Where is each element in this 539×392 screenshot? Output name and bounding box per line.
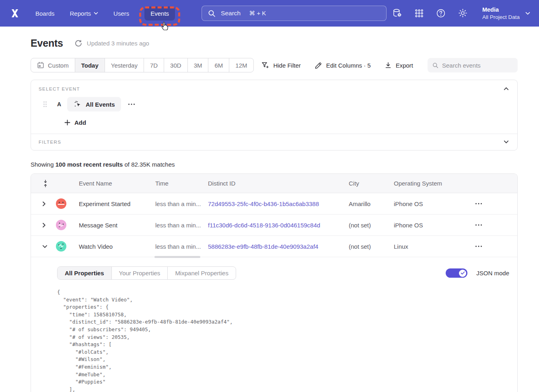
nav-item-users[interactable]: Users <box>113 10 129 17</box>
chevron-down-icon <box>42 245 47 248</box>
cell-city: Amarillo <box>349 200 394 207</box>
add-event-button[interactable]: Add <box>64 119 510 126</box>
event-selector-button[interactable]: All Events <box>67 97 121 111</box>
cell-time: less than a min... <box>155 200 208 207</box>
event-avatar <box>56 241 66 252</box>
expand-filters-button[interactable] <box>503 139 510 144</box>
date-range-today[interactable]: Today <box>75 58 105 72</box>
date-range-12m[interactable]: 12M <box>229 58 253 72</box>
date-range-3m[interactable]: 3M <box>187 58 208 72</box>
event-query-row: A All Events <box>43 97 510 111</box>
download-icon <box>385 62 392 69</box>
ellipsis-icon <box>128 103 135 105</box>
apps-grid-icon[interactable] <box>414 8 424 18</box>
edit-columns-label: Edit Columns · 5 <box>326 62 371 69</box>
tab-mixpanel-properties[interactable]: Mixpanel Properties <box>167 267 236 279</box>
nav-item-reports[interactable]: Reports <box>70 10 99 17</box>
mixpanel-logo-icon[interactable] <box>9 7 21 19</box>
chevron-down-icon <box>525 12 530 15</box>
global-search-input[interactable]: Search ⌘ + K <box>202 6 387 21</box>
filters-section[interactable]: FILTERS <box>31 134 517 150</box>
date-range-30d[interactable]: 30D <box>164 58 187 72</box>
row-more-options-button[interactable] <box>473 222 484 228</box>
search-shortcut: ⌘ + K <box>249 10 266 17</box>
pencil-icon <box>315 62 322 69</box>
filter-icon <box>261 61 269 69</box>
expand-row-button[interactable] <box>31 223 56 228</box>
date-range-7d[interactable]: 7D <box>144 58 164 72</box>
sparkle-cursor-icon <box>73 100 82 109</box>
add-event-label: Add <box>74 119 86 126</box>
chevron-up-icon <box>504 87 509 91</box>
collapse-row-button[interactable] <box>31 245 56 248</box>
json-mode-toggle[interactable] <box>446 268 467 278</box>
project-switcher[interactable]: Media All Project Data <box>482 6 530 21</box>
page-header: Events Updated 3 minutes ago <box>31 37 518 49</box>
column-header-distinct-id[interactable]: Distinct ID <box>208 180 349 187</box>
cell-event-name: Watch Video <box>79 243 155 250</box>
nav-item-boards[interactable]: Boards <box>35 10 55 17</box>
plus-icon <box>64 120 70 126</box>
date-range-yesterday[interactable]: Yesterday <box>105 58 144 72</box>
drag-handle-icon[interactable] <box>43 101 47 107</box>
page-title: Events <box>31 37 63 49</box>
column-header-event-name[interactable]: Event Name <box>79 180 155 187</box>
column-header-city[interactable]: City <box>349 180 394 187</box>
column-header-time[interactable]: Time <box>155 180 208 187</box>
table-header-row: Event Name Time Distinct ID City Operati… <box>31 174 517 193</box>
search-icon <box>432 62 438 69</box>
horizontal-scrollbar-thumb[interactable] <box>154 256 200 258</box>
last-updated-text: Updated 3 minutes ago <box>87 40 149 47</box>
toolbar-actions: Hide Filter Edit Columns · 5 Export <box>261 58 518 72</box>
row-more-options-button[interactable] <box>473 200 484 207</box>
date-range-custom[interactable]: Custom <box>31 58 75 72</box>
check-icon <box>461 271 465 275</box>
event-more-options-button[interactable] <box>127 102 136 107</box>
table-row-expanded[interactable]: Watch Video less than a min... 5886283e-… <box>31 236 517 257</box>
query-builder-card: SELECT EVENT A <box>31 80 518 151</box>
search-events-input[interactable] <box>442 62 513 69</box>
nav-right-cluster: Media All Project Data <box>392 6 530 21</box>
nav-item-events-wrap: Events <box>144 10 175 17</box>
results-summary-suffix: of 82.35K matches <box>123 161 175 168</box>
row-more-options-button[interactable] <box>473 243 484 250</box>
export-label: Export <box>396 62 413 69</box>
cell-event-name: Message Sent <box>79 222 155 229</box>
cell-city: (not set) <box>349 222 394 229</box>
nav-item-boards-label: Boards <box>35 10 55 17</box>
column-header-os[interactable]: Operating System <box>394 180 473 187</box>
cell-distinct-id-link[interactable]: 5886283e-e9fb-48fb-81de-40e9093a2af4 <box>208 243 349 250</box>
nav-item-reports-label: Reports <box>70 10 91 17</box>
help-icon[interactable] <box>436 8 446 18</box>
nav-item-events[interactable]: Events <box>144 6 175 21</box>
event-json-content: { "event": "Watch Video", "properties": … <box>57 289 509 392</box>
filters-label: FILTERS <box>39 140 61 144</box>
edit-columns-button[interactable]: Edit Columns · 5 <box>315 62 371 69</box>
ellipsis-icon <box>475 224 482 226</box>
project-name: Media <box>482 6 520 14</box>
table-row[interactable]: Message Sent less than a min... f11c30d6… <box>31 215 517 236</box>
global-search-placeholder: Search <box>221 10 241 17</box>
results-summary-count: 100 most recent results <box>56 161 123 168</box>
export-button[interactable]: Export <box>385 62 413 69</box>
tab-your-properties[interactable]: Your Properties <box>111 267 168 279</box>
collapse-section-button[interactable] <box>503 86 510 91</box>
chevron-down-icon <box>94 12 98 15</box>
hide-filter-button[interactable]: Hide Filter <box>261 61 300 69</box>
data-management-icon[interactable] <box>392 8 402 18</box>
event-details-panel: All Properties Your Properties Mixpanel … <box>31 257 517 392</box>
expand-row-button[interactable] <box>31 201 56 206</box>
sort-icon[interactable] <box>31 179 56 188</box>
date-range-6m[interactable]: 6M <box>208 58 229 72</box>
cell-distinct-id-link[interactable]: f11c30d6-dc6d-4518-9136-0d046159c84d <box>208 222 349 229</box>
refresh-icon[interactable] <box>75 40 82 47</box>
event-avatar <box>56 198 66 209</box>
project-scope: All Project Data <box>482 14 520 21</box>
settings-gear-icon[interactable] <box>458 8 468 18</box>
event-avatar <box>56 220 66 230</box>
tab-all-properties[interactable]: All Properties <box>58 267 111 279</box>
calendar-icon <box>37 62 44 69</box>
cell-distinct-id-link[interactable]: 72d49553-25fc-4f0c-b436-1b5ac6ab3388 <box>208 200 349 207</box>
json-mode-control: JSON mode <box>446 268 509 278</box>
table-row[interactable]: Experiment Started less than a min... 72… <box>31 193 517 215</box>
